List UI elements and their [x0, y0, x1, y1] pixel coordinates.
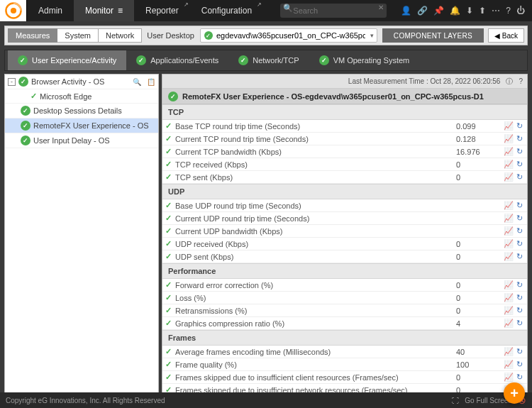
- chart-icon[interactable]: 📈: [504, 373, 514, 382]
- help-icon[interactable]: ?: [506, 6, 511, 16]
- clear-search-icon[interactable]: ✕: [378, 4, 384, 11]
- chart-icon[interactable]: 📈: [504, 280, 514, 290]
- refresh-icon[interactable]: ↻: [516, 121, 523, 131]
- refresh-icon[interactable]: ↻: [516, 147, 523, 156]
- sub-toolbar: MeasuresSystemNetwork User Desktop ▾ COM…: [4, 26, 528, 45]
- chart-icon[interactable]: 📈: [504, 360, 514, 369]
- layertab-2[interactable]: Network/TCP: [228, 50, 309, 70]
- status-ok-icon: [21, 121, 31, 131]
- metrics-panel: Last Measurement Time : Oct 28, 2022 06:…: [162, 74, 528, 406]
- chart-icon[interactable]: 📈: [504, 201, 514, 210]
- refresh-icon[interactable]: ↻: [516, 280, 523, 290]
- expand-icon[interactable]: -: [8, 78, 16, 86]
- metrics-scroll[interactable]: TCP✓Base TCP round trip time (Seconds)0.…: [162, 104, 527, 405]
- power-icon[interactable]: ⏻: [516, 6, 525, 16]
- host-select[interactable]: [200, 28, 377, 43]
- metric-row: ✓Current UDP bandwidth (Kbps)📈↻: [162, 225, 527, 238]
- chart-icon[interactable]: 📈: [504, 226, 514, 236]
- fullscreen-icon[interactable]: ⛶: [452, 397, 459, 404]
- metric-name: UDP sent (Kbps): [174, 253, 456, 261]
- refresh-icon[interactable]: ↻: [516, 319, 523, 328]
- chart-icon[interactable]: 📈: [504, 293, 514, 302]
- refresh-icon[interactable]: ↻: [516, 347, 523, 356]
- chart-icon[interactable]: 📈: [504, 319, 514, 328]
- chart-icon[interactable]: 📈: [504, 347, 514, 356]
- tree-row[interactable]: Desktop Sessions Details: [5, 104, 158, 118]
- search: 🔍 ✕: [273, 0, 394, 21]
- refresh-icon[interactable]: ↻: [516, 239, 523, 248]
- metric-name: Loss (%): [174, 294, 456, 302]
- topnav-monitor[interactable]: Monitor≡: [74, 0, 134, 21]
- layertab-1[interactable]: Applications/Events: [126, 50, 228, 70]
- refresh-icon[interactable]: ↻: [516, 214, 523, 223]
- refresh-icon[interactable]: ↻: [516, 293, 523, 302]
- chart-icon[interactable]: 📈: [504, 172, 514, 182]
- topnav-reporter[interactable]: Reporter↗: [134, 0, 190, 21]
- metric-value: 16.976: [456, 148, 499, 156]
- check-icon: ✓: [162, 214, 174, 223]
- topbar: AdminMonitor≡Reporter↗Configuration↗ 🔍 ✕…: [0, 0, 532, 21]
- tab-system[interactable]: System: [57, 28, 99, 43]
- refresh-icon[interactable]: ↻: [516, 306, 523, 315]
- back-button[interactable]: ◀ Back: [488, 28, 524, 43]
- panel-help-icon[interactable]: ?: [519, 77, 523, 85]
- popout-icon[interactable]: ↗: [184, 1, 189, 8]
- metric-row: ✓Current UDP round trip time (Seconds)📈↻: [162, 212, 527, 225]
- user-icon[interactable]: 👤: [401, 6, 411, 16]
- download-icon[interactable]: ⬇: [466, 6, 473, 16]
- chart-icon[interactable]: 📈: [504, 239, 514, 248]
- tree-row[interactable]: RemoteFX User Experience - OS: [5, 118, 158, 133]
- status-ok-icon: [238, 55, 248, 65]
- info-icon[interactable]: ⓘ: [506, 77, 513, 87]
- chart-icon[interactable]: 📈: [504, 252, 514, 261]
- more-icon[interactable]: ⋯: [492, 6, 500, 16]
- upload-icon[interactable]: ⬆: [479, 6, 486, 16]
- refresh-icon[interactable]: ↻: [516, 226, 523, 236]
- top-icon-bar: 👤 🔗 📌 🔔 ⬇ ⬆ ⋯ ? ⏻: [394, 0, 532, 21]
- tree-row[interactable]: -Browser Activity - OS🔍📋: [5, 75, 158, 89]
- refresh-icon[interactable]: ↻: [516, 373, 523, 382]
- metric-name: Current UDP round trip time (Seconds): [174, 214, 456, 223]
- metric-name: Base TCP round trip time (Seconds): [174, 122, 456, 131]
- chart-icon[interactable]: 📈: [504, 147, 514, 156]
- chart-icon[interactable]: 📈: [504, 134, 514, 143]
- topnav-admin[interactable]: Admin: [27, 0, 74, 21]
- chart-icon[interactable]: 📈: [504, 160, 514, 169]
- refresh-icon[interactable]: ↻: [516, 172, 523, 182]
- chart-icon[interactable]: 📈: [504, 121, 514, 131]
- pin-icon[interactable]: 📌: [433, 6, 444, 16]
- metric-value: 0: [456, 281, 499, 290]
- refresh-icon[interactable]: ↻: [516, 134, 523, 143]
- tab-network[interactable]: Network: [99, 28, 142, 43]
- chart-icon[interactable]: 📈: [504, 214, 514, 223]
- tab-measures[interactable]: Measures: [8, 28, 57, 43]
- section-header: TCP: [162, 104, 527, 120]
- refresh-icon[interactable]: ↻: [516, 360, 523, 369]
- tree-row[interactable]: ✓Microsoft Edge: [5, 89, 158, 104]
- topnav-configuration[interactable]: Configuration↗: [190, 0, 263, 21]
- link-icon[interactable]: 🔗: [417, 6, 428, 16]
- layertab-0[interactable]: User Experience/Activity: [8, 50, 126, 70]
- chart-icon[interactable]: 📈: [504, 306, 514, 315]
- metric-actions: 📈↻: [499, 121, 527, 131]
- layertab-3[interactable]: VM Operating System: [309, 50, 420, 70]
- tree-row[interactable]: User Input Delay - OS: [5, 133, 158, 148]
- tree-action-icon[interactable]: 📋: [147, 78, 155, 86]
- popout-icon[interactable]: ↗: [257, 1, 262, 8]
- refresh-icon[interactable]: ↻: [516, 252, 523, 261]
- component-layers-button[interactable]: COMPONENT LAYERS: [382, 28, 484, 43]
- tree-action-icon[interactable]: 🔍: [133, 78, 141, 86]
- metric-actions: 📈↻: [499, 252, 527, 261]
- bell-icon[interactable]: 🔔: [450, 6, 460, 16]
- metric-actions: 📈↻: [499, 239, 527, 248]
- search-input[interactable]: [280, 4, 387, 18]
- metric-actions: 📈↻: [499, 226, 527, 236]
- add-fab[interactable]: +: [504, 382, 525, 404]
- chevron-down-icon[interactable]: ▾: [370, 32, 374, 39]
- metric-actions: 📈↻: [499, 147, 527, 156]
- refresh-icon[interactable]: ↻: [516, 201, 523, 210]
- metric-name: Retransmissions (%): [174, 307, 456, 315]
- metric-value: 0.128: [456, 135, 499, 143]
- menu-icon[interactable]: ≡: [118, 6, 123, 16]
- refresh-icon[interactable]: ↻: [516, 160, 523, 169]
